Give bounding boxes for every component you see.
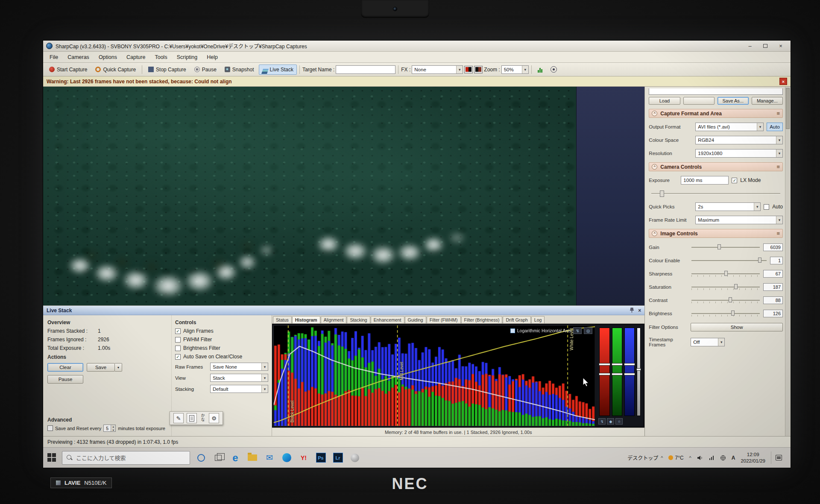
target-name-input[interactable]: [336, 65, 395, 74]
mail-button[interactable]: [264, 452, 275, 464]
tab-histogram[interactable]: Histogram: [292, 316, 320, 323]
language-button[interactable]: [720, 455, 726, 461]
tab-filter-brightness[interactable]: Filter (Brightness): [461, 316, 503, 323]
maximize-button[interactable]: [758, 42, 772, 50]
volume-button[interactable]: [697, 455, 703, 461]
capture-format-section-header[interactable]: Capture Format and Area: [649, 109, 783, 118]
tab-log[interactable]: Log: [531, 316, 545, 323]
live-stack-button[interactable]: Live Stack: [259, 64, 297, 75]
histogram-plot[interactable]: Black Level Mid Level White Level Logari…: [273, 325, 595, 426]
log-axis-checkbox[interactable]: [510, 328, 515, 333]
profile-load-button[interactable]: Load: [649, 97, 680, 105]
reticle-button[interactable]: [547, 64, 560, 75]
network-button[interactable]: [709, 455, 715, 461]
menu-help[interactable]: Help: [202, 53, 223, 62]
output-format-select[interactable]: AVI files (*.avi): [695, 123, 764, 131]
stretch-button[interactable]: [598, 418, 606, 425]
fx-select[interactable]: None: [412, 65, 463, 74]
sharpness-value[interactable]: 67: [763, 270, 783, 278]
saturation-value[interactable]: 187: [763, 283, 783, 291]
red-level-slider[interactable]: [599, 328, 609, 416]
ime-pen-button[interactable]: [173, 413, 184, 423]
profile-list-partial[interactable]: [649, 88, 783, 95]
tab-stacking[interactable]: Stacking: [347, 316, 370, 323]
warning-close-button[interactable]: [779, 78, 787, 85]
colour-space-select[interactable]: RGB24: [695, 136, 783, 144]
lx-mode-checkbox[interactable]: [732, 178, 737, 183]
profile-manage-button[interactable]: Manage...: [752, 97, 783, 105]
snapshot-button[interactable]: Snapshot: [221, 64, 258, 75]
menu-cameras[interactable]: Cameras: [63, 53, 94, 62]
resolution-select[interactable]: 1920x1080: [695, 149, 783, 158]
start-capture-button[interactable]: Start Capture: [46, 64, 91, 75]
live-stack-header[interactable]: Live Stack: [43, 306, 644, 315]
exposure-auto-checkbox[interactable]: [764, 204, 769, 210]
auto-save-checkbox[interactable]: [175, 354, 181, 360]
menu-scripting[interactable]: Scripting: [172, 53, 202, 62]
brightness-filter-checkbox[interactable]: [175, 346, 181, 351]
save-menu-button[interactable]: [115, 363, 122, 372]
gain-slider[interactable]: [691, 244, 761, 251]
start-button[interactable]: [47, 453, 57, 463]
minimize-button[interactable]: [743, 42, 757, 50]
camera-preview[interactable]: [43, 87, 644, 305]
output-format-auto-button[interactable]: Auto: [767, 123, 783, 131]
weather-widget[interactable]: 7°C: [668, 455, 683, 461]
ime-pad-button[interactable]: [187, 413, 197, 423]
contrast-value[interactable]: 88: [763, 296, 783, 304]
filter-options-show-button[interactable]: Show: [691, 323, 783, 331]
quick-capture-button[interactable]: Quick Capture: [92, 64, 139, 75]
save-button[interactable]: Save: [87, 363, 115, 372]
file-explorer-button[interactable]: [246, 452, 258, 464]
stop-capture-button[interactable]: Stop Capture: [145, 64, 190, 75]
cortana-button[interactable]: [195, 452, 207, 464]
app-button[interactable]: [349, 452, 361, 464]
profile-save-button[interactable]: [683, 97, 715, 105]
pin-icon[interactable]: [630, 308, 634, 313]
taskbar-search[interactable]: ここに入力して検索: [62, 451, 190, 465]
clear-button[interactable]: Clear: [47, 363, 83, 372]
pause-stack-button[interactable]: Pause: [47, 375, 83, 384]
tab-status[interactable]: Status: [273, 316, 292, 323]
frame-rate-select[interactable]: Maximum: [695, 216, 783, 224]
auto-stretch-button[interactable]: [573, 327, 582, 334]
tab-alignment[interactable]: Alignment: [321, 316, 347, 323]
settings-scrollbar[interactable]: [785, 87, 790, 436]
tab-drift-graph[interactable]: Drift Graph: [503, 316, 530, 323]
step-up-icon[interactable]: [111, 425, 115, 428]
camera-controls-section-header[interactable]: Camera Controls: [649, 162, 783, 171]
midtone-button[interactable]: [607, 418, 614, 425]
display-stretch-button-1[interactable]: [464, 66, 473, 73]
fwhm-filter-checkbox[interactable]: [175, 337, 181, 343]
display-stretch-button-2[interactable]: [474, 66, 483, 73]
blue-level-slider[interactable]: [624, 328, 635, 416]
image-controls-section-header[interactable]: Image Controls: [649, 229, 783, 238]
pause-button[interactable]: Pause: [191, 64, 220, 75]
menu-file[interactable]: File: [45, 53, 63, 62]
raw-frames-select[interactable]: Save None: [210, 363, 268, 371]
colour-enable-slider[interactable]: [691, 257, 767, 264]
colour-enable-value[interactable]: 1: [770, 257, 783, 264]
menu-capture[interactable]: Capture: [122, 53, 150, 62]
desktop-toolbar[interactable]: デスクトップ: [627, 454, 663, 461]
menu-options[interactable]: Options: [94, 53, 122, 62]
reset-stretch-button[interactable]: [584, 327, 592, 334]
brightness-slider[interactable]: [691, 310, 761, 317]
zoom-select[interactable]: 50%: [501, 65, 529, 74]
stacking-select[interactable]: Default: [210, 385, 268, 393]
tab-filter-fwhm[interactable]: Filter (FWHM): [427, 316, 461, 323]
sharpness-slider[interactable]: [691, 270, 761, 278]
task-view-button[interactable]: [212, 452, 224, 464]
view-select[interactable]: Stack: [210, 374, 268, 382]
ime-settings-button[interactable]: [209, 413, 219, 423]
align-frames-checkbox[interactable]: [175, 328, 181, 334]
lightroom-button[interactable]: [332, 452, 344, 464]
menu-icon[interactable]: [776, 164, 780, 170]
quick-picks-select[interactable]: 2s: [695, 202, 761, 211]
action-center-button[interactable]: [771, 451, 786, 464]
scrollbar-thumb[interactable]: [786, 88, 790, 129]
show-histogram-button[interactable]: [534, 64, 546, 75]
timestamp-frames-select[interactable]: Off: [691, 338, 725, 346]
gain-value[interactable]: 6039: [763, 243, 783, 251]
luminance-slider[interactable]: [637, 328, 641, 416]
